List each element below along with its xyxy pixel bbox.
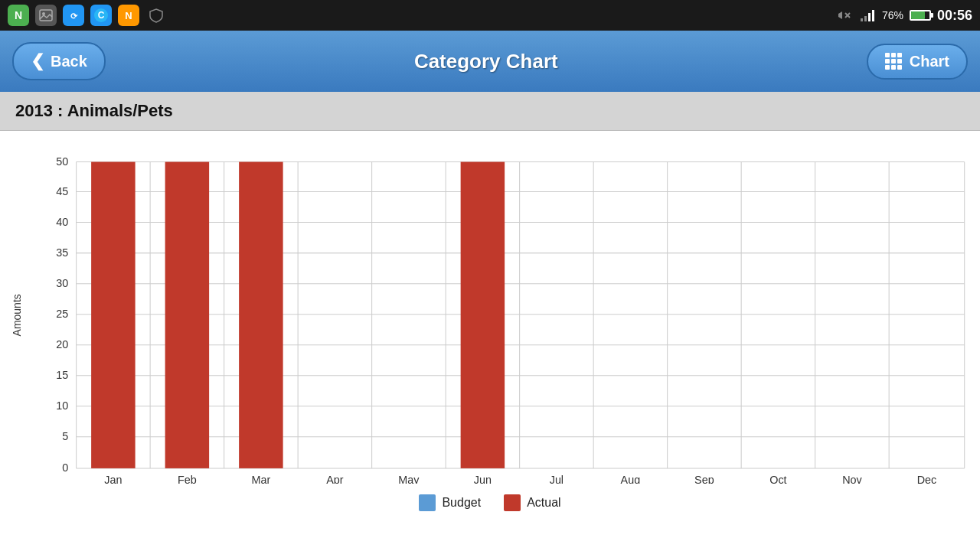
back-label: Back — [51, 53, 87, 70]
signal-icon — [859, 8, 876, 22]
budget-label: Budget — [442, 496, 481, 510]
svg-text:20: 20 — [56, 338, 68, 350]
mute-icon — [836, 8, 853, 22]
chart-button[interactable]: Chart — [867, 44, 968, 80]
svg-text:0: 0 — [62, 461, 68, 474]
svg-text:40: 40 — [56, 216, 68, 228]
chart-area: Amounts — [8, 146, 972, 484]
legend-budget: Budget — [419, 494, 481, 511]
svg-rect-13 — [868, 13, 871, 21]
app-icon-img — [35, 5, 57, 26]
bar-mar-actual — [239, 162, 283, 468]
page-content: 2013 : Animals/Pets Amounts — [0, 92, 980, 551]
page-title: Category Chart — [414, 50, 558, 73]
svg-text:25: 25 — [56, 308, 68, 320]
svg-text:10: 10 — [56, 399, 68, 412]
svg-rect-11 — [861, 18, 863, 21]
svg-text:Nov: Nov — [842, 474, 862, 484]
chart-svg: 50 45 40 35 30 25 20 15 10 5 0 — [29, 146, 972, 484]
chart-inner: 50 45 40 35 30 25 20 15 10 5 0 — [29, 146, 972, 484]
actual-color-box — [504, 494, 521, 511]
bar-jun-actual — [461, 162, 505, 468]
svg-rect-12 — [864, 16, 867, 21]
svg-text:Sep: Sep — [694, 474, 714, 484]
svg-text:Apr: Apr — [326, 474, 344, 484]
app-icon-c: C — [90, 5, 112, 26]
legend-actual: Actual — [504, 494, 560, 511]
svg-text:Oct: Oct — [769, 474, 786, 484]
svg-text:5: 5 — [62, 430, 68, 442]
svg-text:35: 35 — [56, 246, 68, 259]
svg-text:May: May — [398, 474, 420, 484]
y-axis-label: Amounts — [8, 146, 26, 484]
svg-marker-8 — [838, 11, 842, 19]
nav-bar: ❮ Back Category Chart Chart — [0, 31, 980, 92]
category-header: 2013 : Animals/Pets — [0, 92, 980, 131]
svg-text:Jun: Jun — [474, 474, 492, 484]
time-display: 00:56 — [937, 8, 972, 24]
svg-text:Jan: Jan — [104, 474, 122, 484]
svg-text:Aug: Aug — [621, 474, 641, 484]
svg-text:30: 30 — [56, 277, 68, 289]
svg-text:15: 15 — [56, 369, 68, 381]
status-bar: N ⟳ C N 76% 00:56 — [0, 0, 980, 31]
svg-rect-14 — [872, 10, 874, 21]
bar-feb-actual — [165, 162, 209, 468]
svg-text:C: C — [98, 10, 105, 21]
chart-button-label: Chart — [910, 53, 949, 70]
app-icon-android: ⟳ — [63, 5, 84, 26]
status-icons: N ⟳ C N — [8, 5, 167, 26]
grid-icon — [885, 53, 902, 70]
chart-legend: Budget Actual — [8, 484, 972, 519]
svg-text:N: N — [125, 10, 132, 21]
shield-icon — [145, 5, 167, 26]
svg-text:Feb: Feb — [178, 474, 197, 484]
app-icon-n: N — [8, 5, 29, 26]
svg-text:50: 50 — [56, 155, 68, 168]
battery-percent: 76% — [882, 9, 903, 21]
category-title: 2013 : Animals/Pets — [15, 101, 173, 120]
bar-jan-actual — [91, 162, 135, 468]
app-icon-n2: N — [118, 5, 139, 26]
back-button[interactable]: ❮ Back — [12, 42, 106, 80]
status-right: 76% 00:56 — [836, 8, 972, 24]
svg-text:45: 45 — [56, 185, 68, 197]
back-chevron-icon: ❮ — [31, 51, 44, 71]
battery-icon — [910, 10, 931, 21]
svg-text:Mar: Mar — [252, 474, 271, 484]
svg-text:Dec: Dec — [917, 474, 937, 484]
chart-container: Amounts — [0, 131, 980, 551]
svg-text:⟳: ⟳ — [70, 11, 78, 21]
svg-text:Jul: Jul — [550, 474, 564, 484]
budget-color-box — [419, 494, 436, 511]
actual-label: Actual — [527, 496, 560, 510]
